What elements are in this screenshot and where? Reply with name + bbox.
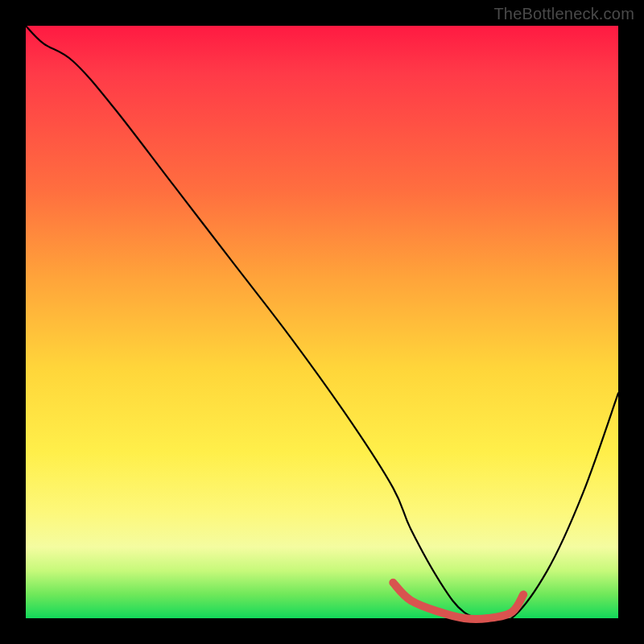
plot-area (26, 26, 618, 618)
bottleneck-curve (26, 26, 618, 622)
curve-layer (26, 26, 618, 618)
sweet-spot-band (393, 583, 523, 619)
watermark-text: TheBottleneck.com (493, 5, 634, 23)
chart-frame: TheBottleneck.com (0, 0, 644, 644)
